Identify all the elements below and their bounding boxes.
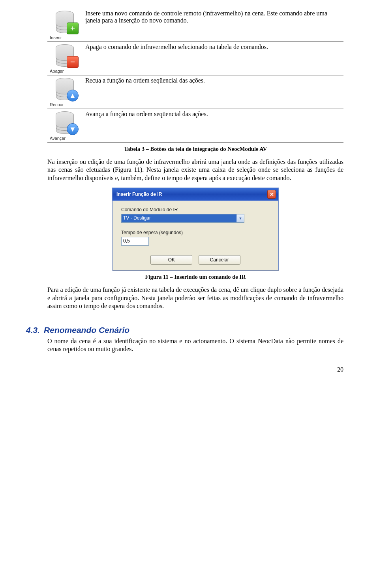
label-comando: Comando do Módulo de IR	[121, 207, 270, 212]
chevron-down-icon[interactable]: ▼	[236, 214, 244, 222]
table-caption: Tabela 3 – Botões da tela de integração …	[47, 146, 343, 152]
database-plus-icon: +	[53, 10, 77, 33]
buttons-table: + Inserir Insere uma novo comando de con…	[47, 8, 343, 143]
dialog-title: Inserir Função de IR	[116, 192, 162, 197]
section-title: Renomeando Cenário	[44, 325, 129, 334]
paragraph-2: Para a edição de uma função já existente…	[47, 286, 343, 310]
icon-cell-apagar: − Apagar	[47, 42, 85, 75]
dialog-titlebar: Inserir Função de IR ✕	[113, 188, 278, 201]
icon-label: Avançar	[50, 136, 83, 141]
desc-avancar: Avança a função na ordem seqüencial das …	[85, 109, 343, 143]
close-icon[interactable]: ✕	[267, 190, 276, 199]
paragraph-1: Na inserção ou edição de uma função de i…	[47, 158, 343, 182]
section-body: O nome da cena é a sua identificação no …	[47, 337, 343, 353]
icon-cell-avancar: ▼ Avançar	[47, 109, 85, 143]
icon-cell-inserir: + Inserir	[47, 8, 85, 42]
desc-inserir: Insere uma novo comando de controle remo…	[85, 8, 343, 42]
label-tempo-espera: Tempo de espera (segundos)	[121, 230, 270, 235]
database-minus-icon: −	[53, 43, 77, 66]
input-tempo-espera[interactable]: 0,5	[121, 237, 149, 246]
page-number: 20	[47, 366, 343, 373]
desc-apagar: Apaga o comando de infravermelho selecio…	[85, 42, 343, 75]
figure-caption: Figura 11 – Inserindo um comando de IR	[47, 274, 343, 280]
icon-cell-recuar: ▲ Recuar	[47, 75, 85, 109]
combo-comando-ir[interactable]: TV - Desligar ▼	[121, 214, 244, 223]
icon-label: Apagar	[50, 69, 83, 73]
section-heading: 4.3.Renomeando Cenário	[26, 325, 343, 335]
ok-button[interactable]: OK	[150, 255, 192, 265]
desc-recuar: Recua a função na ordem seqüencial das a…	[85, 75, 343, 109]
icon-label: Inserir	[50, 35, 83, 40]
section-number: 4.3.	[26, 325, 40, 334]
combo-value: TV - Desligar	[122, 214, 236, 222]
cancel-button[interactable]: Cancelar	[199, 255, 240, 265]
icon-label: Recuar	[50, 102, 83, 107]
database-up-icon: ▲	[53, 77, 77, 100]
database-down-icon: ▼	[53, 111, 77, 133]
dialog-inserir-funcao-ir: Inserir Função de IR ✕ Comando do Módulo…	[112, 188, 279, 271]
